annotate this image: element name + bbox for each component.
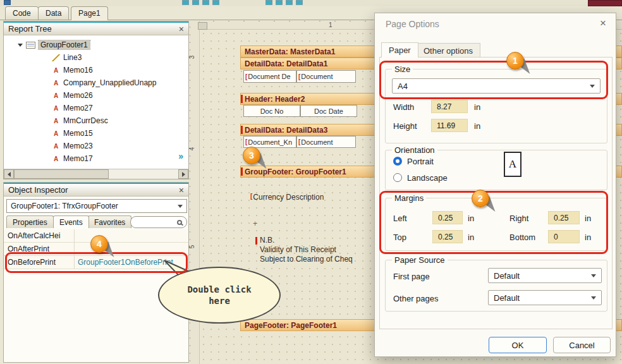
bubble-text: Double click xyxy=(187,284,251,295)
close-icon[interactable] xyxy=(600,17,606,30)
scrollbar-thumb[interactable] xyxy=(14,169,109,179)
tree-item-memo15[interactable]: Memo15 xyxy=(52,127,93,140)
memo-cell[interactable]: Doc Date xyxy=(300,105,357,117)
memo-currency-description[interactable]: Currency Description xyxy=(250,193,324,202)
width-field[interactable]: 8.27 xyxy=(431,100,468,113)
ok-button[interactable]: OK xyxy=(489,337,547,353)
other-pages-label: Other pages xyxy=(393,294,439,303)
landscape-label: Landscape xyxy=(407,173,448,183)
tab-data[interactable]: Data xyxy=(38,6,69,20)
ruler-mark: 5 xyxy=(188,245,195,249)
first-page-dropdown[interactable]: Default xyxy=(488,268,602,283)
overflow-marker-icon xyxy=(250,193,252,201)
object-selector-dropdown[interactable]: GroupFooter1: TfrxGroupFooter xyxy=(6,199,187,213)
height-unit: in xyxy=(474,121,480,131)
toolbar-icon[interactable] xyxy=(265,0,272,5)
memo-text: Validity of This Receipt xyxy=(260,245,336,255)
memo-text: Subject to Clearing of Cheq xyxy=(260,255,353,264)
chevron-down-icon xyxy=(591,274,596,277)
portrait-preview-icon xyxy=(504,152,521,177)
toolbar-icon[interactable] xyxy=(276,0,283,5)
chevron-down-icon xyxy=(591,296,596,300)
tree-item-memo23[interactable]: Memo23 xyxy=(52,140,93,152)
object-inspector-panel: Object Inspector GroupFooter1: TfrxGroup… xyxy=(3,182,189,363)
memo-cell[interactable]: Doc No xyxy=(243,105,300,117)
tree-item-groupfooter1[interactable]: GroupFooter1 xyxy=(18,39,90,51)
close-icon[interactable] xyxy=(179,186,184,195)
dialog-title: Page Options xyxy=(386,19,439,29)
search-icon xyxy=(177,220,182,225)
collapse-arrow-icon[interactable] xyxy=(18,44,23,47)
tab-code[interactable]: Code xyxy=(5,6,39,20)
overflow-chevron-icon[interactable] xyxy=(178,151,183,161)
tree-item-label: Memo17 xyxy=(63,154,93,163)
scroll-left-button[interactable] xyxy=(4,169,14,179)
badge-number: 2 xyxy=(472,190,489,207)
landscape-radio[interactable] xyxy=(393,173,402,182)
tree-item-memo16[interactable]: Memo16 xyxy=(52,64,93,76)
tab-page1[interactable]: Page1 xyxy=(71,6,108,20)
toolbar-icon[interactable] xyxy=(286,0,293,5)
memo-note-block[interactable]: N.B. Validity of This Receipt Subject to… xyxy=(260,236,353,264)
overflow-marker-icon xyxy=(245,73,247,80)
tree-item-company-unapplied[interactable]: Company_UnappliedUnapp xyxy=(52,76,156,89)
margin-bottom-field[interactable]: 0 xyxy=(548,230,580,243)
inspector-search-input[interactable] xyxy=(130,216,187,228)
band-label: DetailData: DetailData1 xyxy=(245,59,327,68)
object-inspector-title: Object Inspector xyxy=(8,185,68,195)
paper-source-group-label: Paper Source xyxy=(392,255,448,265)
tab-events[interactable]: Events xyxy=(53,215,89,228)
event-name: OnAfterPrint xyxy=(4,243,75,255)
toolbar-icon[interactable] xyxy=(182,0,189,5)
overflow-marker-icon xyxy=(298,73,300,80)
tree-item-memo17[interactable]: Memo17 xyxy=(52,152,93,165)
band-label: DetailData: DetailData3 xyxy=(245,126,327,135)
paper-size-dropdown[interactable]: A4 xyxy=(392,78,601,94)
memo-icon xyxy=(52,104,60,112)
report-tree-title: Report Tree xyxy=(8,24,52,33)
margins-group-label: Margins xyxy=(392,193,426,203)
margin-top-field[interactable]: 0.25 xyxy=(432,230,463,243)
height-field[interactable]: 11.69 xyxy=(431,119,468,132)
toolbar-icon[interactable] xyxy=(202,0,209,5)
tab-properties[interactable]: Properties xyxy=(6,215,54,228)
tree-item-mmcurrdesc[interactable]: MmCurrDesc xyxy=(52,114,108,127)
tree-item-label: Memo23 xyxy=(63,142,93,150)
size-group: Size A4 Width 8.27 in Height 11.69 in xyxy=(385,69,607,143)
tab-paper[interactable]: Paper xyxy=(381,42,418,58)
scroll-right-button[interactable] xyxy=(178,169,188,179)
toolbar-icon[interactable] xyxy=(212,0,219,5)
event-name: OnBeforePrint xyxy=(4,256,75,269)
memo-cell[interactable]: Document xyxy=(296,70,356,83)
portrait-radio[interactable] xyxy=(393,157,402,166)
tree-item-label: Memo27 xyxy=(63,104,93,112)
report-tree-header: Report Tree xyxy=(4,21,188,35)
toolbar-icon[interactable] xyxy=(296,0,303,5)
size-group-label: Size xyxy=(392,64,413,74)
cancel-button[interactable]: Cancel xyxy=(553,337,611,353)
margin-left-field[interactable]: 0.25 xyxy=(432,211,463,224)
portrait-label: Portrait xyxy=(407,157,434,166)
tab-other-options[interactable]: Other options xyxy=(416,43,480,58)
report-tree-hscrollbar[interactable] xyxy=(4,169,188,179)
tree-item-line3[interactable]: Line3 xyxy=(52,51,82,64)
line-icon xyxy=(52,54,60,61)
toolbar-icon[interactable] xyxy=(192,0,199,5)
ruler-mark: 4 xyxy=(188,147,195,151)
toolbar-sliver xyxy=(0,0,622,6)
tree-item-memo27[interactable]: Memo27 xyxy=(52,102,93,114)
other-pages-dropdown[interactable]: Default xyxy=(488,290,602,305)
memo-icon xyxy=(52,154,60,163)
memo-cell[interactable]: Document xyxy=(296,136,356,148)
anchor-cross-icon xyxy=(253,219,257,228)
memo-text: Doc Date xyxy=(314,107,343,115)
margin-right-field[interactable]: 0.25 xyxy=(548,211,580,224)
tree-item-memo26[interactable]: Memo26 xyxy=(52,89,93,102)
memo-cell[interactable]: Document De xyxy=(243,70,296,83)
memo-icon xyxy=(52,116,60,125)
band-label: Header: Header2 xyxy=(245,95,305,104)
tab-favorites[interactable]: Favorites xyxy=(88,215,131,228)
margin-right-unit: in xyxy=(585,214,591,223)
close-icon[interactable] xyxy=(179,25,184,33)
toolbar-icon[interactable] xyxy=(4,0,11,5)
